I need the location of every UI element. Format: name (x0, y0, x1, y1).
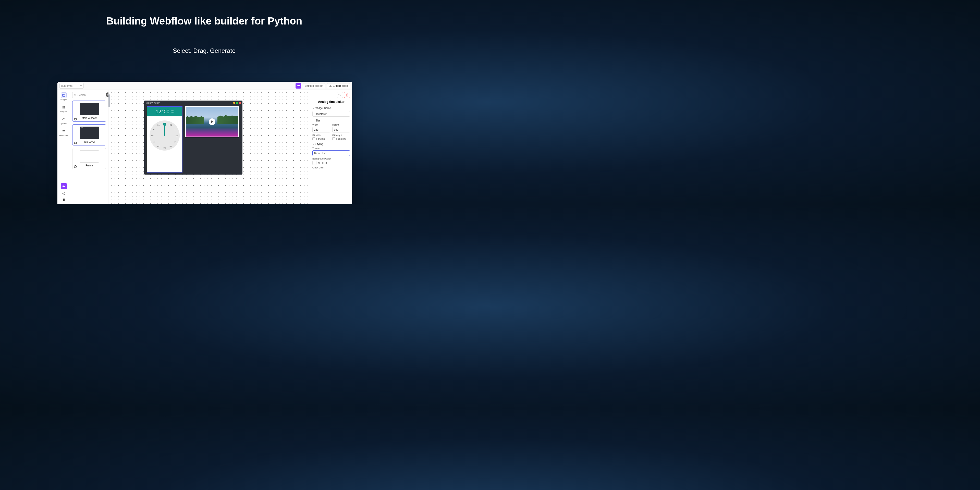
search-input[interactable]: Search (72, 92, 106, 98)
timepicker-pm[interactable]: PM (171, 111, 174, 113)
trash-icon (345, 94, 348, 97)
timepicker-widget[interactable]: 12 : 00 AM PM 12 12010203040506070809101… (147, 106, 183, 172)
iconbar-plugins[interactable]: Plugins (60, 104, 67, 113)
canvas[interactable]: Main Window 12 : 00 AM PM (108, 90, 310, 204)
clock-number[interactable]: 07 (158, 145, 160, 147)
clock-center (164, 135, 165, 136)
iconbar-uploads-label: Uploads (60, 123, 67, 125)
premium-badge-icon[interactable] (296, 83, 301, 89)
iconbar-plugins-label: Plugins (60, 110, 67, 113)
video-widget[interactable] (185, 106, 239, 137)
play-icon (211, 121, 213, 123)
timepicker-minutes[interactable]: 00 (164, 109, 169, 115)
widget-name: Top Level (84, 140, 95, 143)
iconbar-templates[interactable]: Templates (59, 128, 68, 137)
svg-rect-4 (62, 107, 64, 108)
iconbar: Widgets Plugins Uploads Templates (57, 90, 70, 204)
iconbar-widgets[interactable]: Widgets (60, 92, 67, 101)
section-widget-name[interactable]: Widget Name (312, 107, 350, 110)
share-icon[interactable] (62, 192, 65, 196)
reset-button[interactable] (337, 92, 343, 98)
clock-number[interactable]: 01 (170, 124, 172, 126)
widget-name-input[interactable] (312, 111, 350, 117)
widgets-icon (61, 92, 67, 98)
design-window[interactable]: Main Window 12 : 00 AM PM (144, 100, 242, 175)
color-swatch[interactable] (312, 161, 317, 165)
iconbar-widgets-label: Widgets (60, 99, 67, 101)
fit-width-text: Fit width (316, 138, 325, 140)
github-icon[interactable] (74, 118, 76, 121)
clock-number[interactable]: 10 (153, 128, 155, 130)
checkbox-icon (332, 137, 335, 140)
github-icon[interactable] (74, 142, 76, 144)
chevron-down-icon (312, 143, 314, 145)
clock-number[interactable]: 03 (176, 135, 178, 137)
topbar: customtk untitled project Export code (57, 82, 352, 90)
design-window-title: Main Window (146, 102, 159, 104)
section-styling[interactable]: Styling (312, 143, 350, 145)
clock-number[interactable]: 11 (158, 124, 160, 126)
chevron-down-icon (312, 107, 314, 109)
fit-width-checkbox[interactable]: Fit width (312, 137, 330, 140)
width-input[interactable] (312, 127, 330, 132)
clock-number[interactable]: 05 (170, 145, 172, 147)
chevron-down-icon (346, 152, 348, 154)
height-input[interactable] (332, 127, 350, 132)
widget-thumb (80, 150, 99, 162)
canvas-handle[interactable] (108, 94, 110, 107)
svg-rect-2 (62, 106, 64, 107)
props-title: Analog timepicker (312, 100, 350, 103)
project-name-input[interactable]: untitled project (303, 83, 326, 88)
clock-number[interactable]: 09 (151, 135, 154, 137)
plugins-icon (61, 104, 67, 110)
chevron-down-icon (312, 120, 314, 122)
clock-number[interactable]: 04 (174, 141, 177, 143)
bg-color-input[interactable]: #FFFFFF (312, 161, 350, 165)
theme-value: Navy Blue (314, 152, 326, 155)
svg-rect-0 (62, 94, 65, 97)
uploads-icon (61, 116, 66, 122)
svg-rect-6 (62, 130, 65, 130)
clock-number[interactable]: 08 (153, 141, 155, 143)
bookmark-icon[interactable] (62, 198, 65, 202)
section-label: Styling (315, 143, 323, 145)
clock-number[interactable]: 02 (174, 128, 177, 130)
widget-card-main-window[interactable]: Main window (72, 100, 106, 122)
fit-width-label: Fit width (312, 134, 330, 137)
search-placeholder: Search (78, 94, 86, 97)
github-icon[interactable] (74, 165, 76, 168)
section-size[interactable]: Size (312, 119, 350, 122)
timepicker-hours[interactable]: 12 (156, 109, 161, 115)
window-controls (233, 102, 241, 104)
theme-select[interactable]: Navy Blue (312, 150, 350, 156)
svg-rect-1 (63, 94, 65, 95)
widget-card-top-level[interactable]: Top Level (72, 124, 106, 145)
timepicker-am[interactable]: AM (171, 110, 174, 111)
fit-height-text: Fit height (336, 138, 345, 140)
premium-button[interactable] (61, 183, 67, 189)
delete-button[interactable] (344, 92, 350, 98)
properties-panel: Analog timepicker Widget Name Size Width (310, 90, 352, 204)
chevron-down-icon (80, 85, 82, 87)
fit-height-checkbox[interactable]: Fit height (332, 137, 350, 140)
download-icon (329, 84, 332, 87)
iconbar-uploads[interactable]: Uploads (60, 116, 67, 125)
widget-card-frame[interactable]: Frame (72, 148, 106, 169)
width-label: Width (312, 124, 330, 126)
export-code-button[interactable]: Export code (327, 83, 350, 88)
svg-rect-3 (64, 106, 65, 107)
svg-rect-7 (62, 131, 65, 131)
timepicker-colon: : (162, 109, 163, 115)
templates-icon (61, 128, 67, 134)
hero-subtitle: Select. Drag. Generate (0, 47, 408, 54)
framework-select[interactable]: customtk (59, 83, 84, 89)
theme-label: Theme (312, 147, 350, 150)
bg-color-label: Background Color (312, 158, 350, 160)
height-label: Height (332, 124, 350, 126)
clock-number[interactable]: 06 (164, 147, 166, 149)
timepicker-clock[interactable]: 12 120102030405060708091011 (150, 121, 180, 151)
widget-thumb (80, 103, 99, 115)
play-button[interactable] (209, 118, 215, 125)
clock-number[interactable]: 12 (164, 122, 166, 124)
hero-title: Building Webflow like builder for Python (0, 0, 408, 27)
